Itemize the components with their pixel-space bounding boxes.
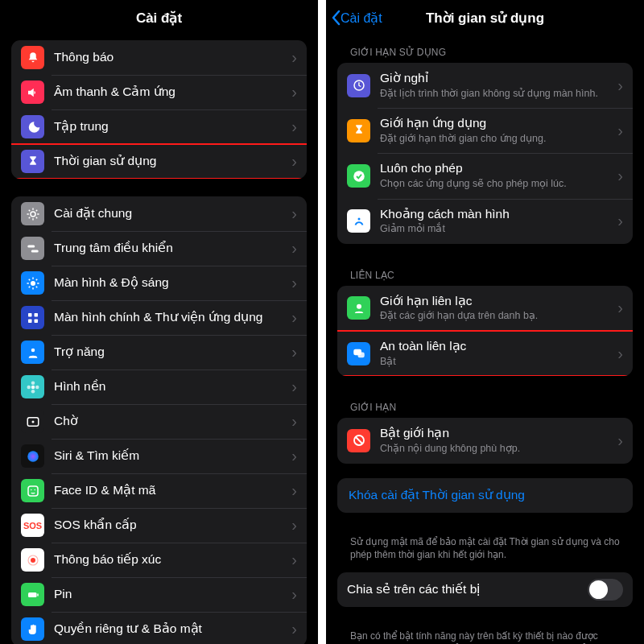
wallpaper-row[interactable]: Hình nền› [11,369,307,404]
lock-screentime-link[interactable]: Khóa cài đặt Thời gian sử dụng [337,478,633,513]
gear-icon [21,202,44,225]
bell-icon [21,46,44,69]
svg-point-11 [31,390,35,394]
page-title-right: Thời gian sử dụng [426,10,544,27]
chevron-right-icon: › [287,481,297,500]
check-icon [347,164,370,188]
notifications-row[interactable]: Thông báo› [11,40,307,75]
chevron-right-icon: › [287,412,297,431]
exposure-row[interactable]: Thông báo tiếp xúc› [11,543,307,577]
focus-label: Tập trung [54,111,287,142]
svg-point-13 [35,385,39,389]
sos-label: SOS khẩn cấp [54,510,287,541]
svg-point-12 [27,385,31,389]
standby-label: Chờ [54,406,287,437]
sos-row[interactable]: SOSSOS khẩn cấp› [11,508,307,543]
screentime-screen: Cài đặt Thời gian sử dụng GIỚI HẠN SỬ DỤ… [326,0,644,644]
screentime-group: Bật giới hạnChặn nội dung không phù hợp.… [337,418,633,463]
display-label: Màn hình & Độ sáng [54,267,287,299]
page-title-left: Cài đặt [0,0,318,35]
siri-row[interactable]: Siri & Tìm kiếm› [11,439,307,473]
applimits-row[interactable]: Giới hạn ứng dụngĐặt giới hạn thời gian … [337,108,633,153]
chevron-right-icon: › [613,431,623,450]
chevron-right-icon: › [287,516,297,535]
grid-icon [21,306,44,329]
standby-row[interactable]: Chờ› [11,404,307,439]
svg-point-15 [31,420,34,423]
sounds-label: Âm thanh & Cảm ứng [54,76,287,108]
exposure-icon [21,548,44,572]
svg-point-20 [31,558,35,563]
back-button[interactable]: Cài đặt [331,0,382,35]
chevron-right-icon: › [613,167,623,185]
svg-point-16 [27,451,39,462]
settings-screen: Cài đặt Thông báo›Âm thanh & Cảm ứng›Tập… [0,0,318,644]
display-row[interactable]: Màn hình & Độ sáng› [11,266,307,300]
nosign-icon [347,429,370,452]
battery-row[interactable]: Pin› [11,577,307,612]
downtime-sub: Đặt lịch trình thời gian không sử dụng m… [380,88,613,101]
share-group: Chia sẻ trên các thiết bị [337,572,633,607]
screentime-group: Giờ nghỉĐặt lịch trình thời gian không s… [337,63,633,244]
commsafety-label: An toàn liên lạcBật [380,331,613,376]
notifications-label: Thông báo [54,42,287,73]
chevron-right-icon: › [287,118,297,136]
share-toggle[interactable] [588,579,623,601]
screentime-scroll[interactable]: GIỚI HẠN SỬ DỤNGGiờ nghỉĐặt lịch trình t… [326,35,644,644]
commsafety-row[interactable]: An toàn liên lạcBật› [337,331,633,376]
svg-rect-7 [34,319,38,323]
chevron-right-icon: › [287,308,297,327]
contactlimits-row[interactable]: Giới hạn liên lạcĐặt các giới hạn dựa tr… [337,286,633,331]
svg-point-8 [31,348,35,352]
allowed-row[interactable]: Luôn cho phépChọn các ứng dụng sẽ cho ph… [337,153,633,198]
faceid-label: Face ID & Mật mã [54,475,287,506]
chevron-right-icon: › [287,239,297,258]
svg-rect-4 [28,313,32,317]
applimits-sub: Đặt giới hạn thời gian cho ứng dụng. [380,133,613,146]
svg-point-19 [34,489,35,490]
chevron-right-icon: › [287,274,297,292]
restrictions-label: Bật giới hạnChặn nội dung không phù hợp. [380,418,613,463]
svg-point-9 [31,385,35,389]
svg-point-0 [31,212,35,217]
chevron-right-icon: › [287,551,297,569]
section-header: GIỚI HẠN SỬ DỤNG [326,35,644,63]
home-row[interactable]: Màn hình chính & Thư viện ứng dụng› [11,300,307,335]
distance-row[interactable]: Khoảng cách màn hìnhGiảm mỏi mắt› [337,199,633,244]
back-label: Cài đặt [341,10,382,26]
faceid-row[interactable]: Face ID & Mật mã› [11,473,307,508]
svg-point-3 [31,281,35,286]
accessibility-row[interactable]: Trợ năng› [11,335,307,369]
restrictions-row[interactable]: Bật giới hạnChặn nội dung không phù hợp.… [337,418,633,463]
svg-rect-5 [34,313,38,317]
lock-footer: Sử dụng mật mã để bảo mật cài đặt Thời g… [326,530,644,572]
hourglass-icon [347,119,370,142]
svg-rect-1 [27,245,35,247]
downtime-label: Giờ nghỉĐặt lịch trình thời gian không s… [380,63,613,108]
chevron-right-icon: › [287,83,297,101]
svg-point-27 [357,304,361,309]
face-icon [21,479,44,502]
hourglass-icon [21,150,44,173]
settings-scroll[interactable]: Thông báo›Âm thanh & Cảm ứng›Tập trung›T… [0,35,318,644]
chevron-right-icon: › [613,299,623,317]
privacy-row[interactable]: Quyền riêng tư & Bảo mật› [11,612,307,644]
screentime-row[interactable]: Thời gian sử dụng› [11,144,307,179]
focus-row[interactable]: Tập trung› [11,109,307,144]
general-row[interactable]: Cài đặt chung› [11,196,307,231]
sounds-row[interactable]: Âm thanh & Cảm ứng› [11,75,307,109]
battery-label: Pin [54,579,287,610]
distance-sub: Giảm mỏi mắt [380,223,613,236]
allowed-label: Luôn cho phépChọn các ứng dụng sẽ cho ph… [380,153,613,198]
share-row[interactable]: Chia sẻ trên các thiết bị [337,572,633,607]
flower-icon [21,375,44,398]
chevron-right-icon: › [613,212,623,230]
downtime-row[interactable]: Giờ nghỉĐặt lịch trình thời gian không s… [337,63,633,108]
control-row[interactable]: Trung tâm điều khiển› [11,231,307,266]
chevron-right-icon: › [287,343,297,361]
distance-label: Khoảng cách màn hìnhGiảm mỏi mắt [380,199,613,244]
contactlimits-sub: Đặt các giới hạn dựa trên danh bạ. [380,310,613,323]
allowed-sub: Chọn các ứng dụng sẽ cho phép mọi lúc. [380,178,613,191]
control-label: Trung tâm điều khiển [54,233,287,264]
chevron-right-icon: › [287,204,297,223]
